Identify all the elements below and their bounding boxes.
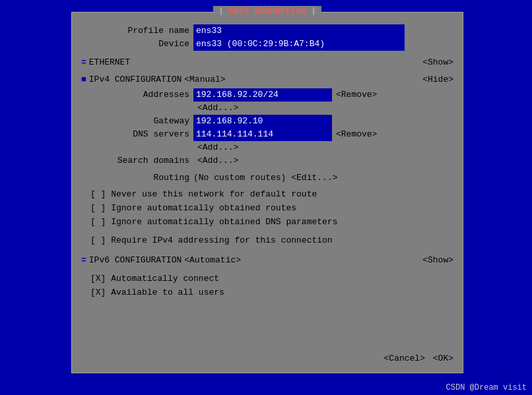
dns-add-row: <Add...> (81, 141, 453, 154)
gateway-row: Gateway 192.168.92.10 (81, 115, 453, 128)
ipv4-label: IPv4 CONFIGURATION (89, 73, 182, 86)
checkbox2[interactable]: [ ] Ignore automatically obtained routes (90, 202, 453, 215)
ipv6-section: = IPv6 CONFIGURATION <Automatic> <Show> (81, 254, 453, 267)
ipv4-marker: ■ (81, 73, 86, 86)
addresses-remove[interactable]: <Remove> (336, 88, 377, 102)
device-value: ens33 (00:0C:29:9B:A7:B4) (193, 38, 453, 51)
addresses-add-row: <Add...> (81, 102, 453, 115)
addresses-add[interactable]: <Add...> (197, 102, 238, 115)
addresses-input[interactable]: 192.168.92.20/24 (193, 88, 332, 102)
available-users[interactable]: [X] Available to all users (90, 286, 453, 299)
ok-button[interactable]: <OK> (433, 353, 453, 363)
ipv6-show[interactable]: <Show> (422, 254, 453, 267)
search-domains-label: Search domains (81, 154, 193, 167)
addresses-value: 192.168.92.20/24 <Remove> (193, 88, 453, 102)
gateway-label: Gateway (81, 115, 193, 128)
routing-value: (No custom routes) <Edit...> (193, 171, 337, 185)
search-domains-row: Search domains <Add...> (81, 154, 453, 167)
ethernet-label: ETHERNET (89, 56, 130, 69)
ipv6-label: IPv6 CONFIGURATION (89, 254, 182, 267)
bottom-buttons: <Cancel> <OK> (384, 353, 453, 363)
ethernet-show[interactable]: <Show> (422, 56, 453, 69)
cancel-button[interactable]: <Cancel> (384, 353, 425, 363)
dialog-title-bar: | Edit Connection | (213, 6, 321, 16)
ipv4-mode: <Manual> (184, 73, 225, 86)
routing-row: Routing (No custom routes) <Edit...> (81, 171, 453, 185)
ethernet-marker: = (81, 56, 86, 69)
addresses-label: Addresses (81, 88, 193, 102)
dns-label: DNS servers (81, 128, 193, 141)
checkbox4[interactable]: [ ] Require IPv4 addressing for this con… (90, 234, 453, 247)
dns-add[interactable]: <Add...> (197, 141, 238, 154)
device-input[interactable]: ens33 (00:0C:29:9B:A7:B4) (193, 38, 405, 51)
ipv6-marker: = (81, 254, 86, 267)
auto-connect[interactable]: [X] Automatically connect (90, 272, 453, 286)
ethernet-section: = ETHERNET <Show> (81, 56, 453, 69)
edit-connection-dialog: | Edit Connection | Profile name ens33 D… (71, 12, 463, 373)
device-row: Device ens33 (00:0C:29:9B:A7:B4) (81, 38, 453, 51)
ipv4-section: ■ IPv4 CONFIGURATION <Manual> <Hide> (81, 73, 453, 86)
watermark: CSDN @Dream visit (446, 383, 527, 392)
addresses-row: Addresses 192.168.92.20/24 <Remove> (81, 88, 453, 102)
routing-label: Routing (81, 171, 193, 185)
profile-name-label: Profile name (81, 24, 193, 38)
ipv4-hide[interactable]: <Hide> (422, 73, 453, 86)
dialog-title: Edit Connection (228, 6, 306, 16)
checkbox3[interactable]: [ ] Ignore automatically obtained DNS pa… (90, 216, 453, 229)
checkbox1[interactable]: [ ] Never use this network for default r… (90, 188, 453, 201)
dns-remove[interactable]: <Remove> (336, 128, 377, 141)
profile-name-row: Profile name ens33 (81, 24, 453, 38)
search-domains-add[interactable]: <Add...> (197, 154, 238, 167)
dns-input[interactable]: 114.114.114.114 (193, 128, 332, 141)
profile-name-input[interactable]: ens33 (193, 24, 405, 38)
device-label: Device (81, 38, 193, 51)
dns-row: DNS servers 114.114.114.114 <Remove> (81, 128, 453, 141)
outer-container: | Edit Connection | Profile name ens33 D… (0, 0, 532, 395)
ipv6-mode: <Automatic> (184, 254, 241, 267)
profile-name-value: ens33 (193, 24, 453, 38)
gateway-input[interactable]: 192.168.92.10 (193, 115, 332, 128)
